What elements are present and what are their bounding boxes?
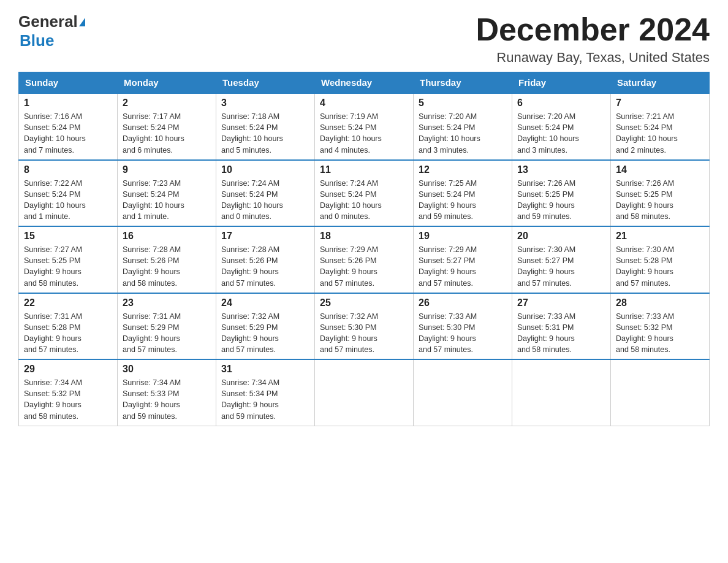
day-info: Sunrise: 7:27 AM Sunset: 5:25 PM Dayligh… [24, 244, 112, 289]
calendar-cell: 1Sunrise: 7:16 AM Sunset: 5:24 PM Daylig… [19, 93, 118, 160]
day-info: Sunrise: 7:32 AM Sunset: 5:30 PM Dayligh… [320, 311, 408, 356]
calendar-week-2: 8Sunrise: 7:22 AM Sunset: 5:24 PM Daylig… [19, 160, 710, 227]
calendar-cell [512, 359, 611, 426]
calendar-cell: 14Sunrise: 7:26 AM Sunset: 5:25 PM Dayli… [611, 160, 710, 227]
calendar-cell: 23Sunrise: 7:31 AM Sunset: 5:29 PM Dayli… [118, 293, 216, 360]
calendar-cell: 17Sunrise: 7:28 AM Sunset: 5:26 PM Dayli… [216, 226, 315, 293]
calendar-cell: 30Sunrise: 7:34 AM Sunset: 5:33 PM Dayli… [118, 359, 216, 426]
weekday-header-friday: Friday [512, 72, 611, 94]
day-number: 31 [221, 364, 309, 375]
day-info: Sunrise: 7:29 AM Sunset: 5:26 PM Dayligh… [320, 244, 408, 289]
day-info: Sunrise: 7:18 AM Sunset: 5:24 PM Dayligh… [221, 111, 309, 156]
day-number: 24 [221, 297, 309, 308]
calendar-cell: 20Sunrise: 7:30 AM Sunset: 5:27 PM Dayli… [512, 226, 611, 293]
day-number: 28 [616, 297, 704, 308]
day-info: Sunrise: 7:28 AM Sunset: 5:26 PM Dayligh… [123, 244, 211, 289]
day-number: 12 [419, 164, 507, 175]
day-info: Sunrise: 7:26 AM Sunset: 5:25 PM Dayligh… [517, 178, 605, 223]
day-number: 30 [123, 364, 211, 375]
day-number: 27 [517, 297, 605, 308]
day-info: Sunrise: 7:30 AM Sunset: 5:28 PM Dayligh… [616, 244, 704, 289]
day-number: 4 [320, 98, 408, 109]
logo-triangle-icon [79, 18, 85, 26]
day-number: 14 [616, 164, 704, 175]
day-number: 7 [616, 98, 704, 109]
day-number: 3 [221, 98, 309, 109]
day-info: Sunrise: 7:29 AM Sunset: 5:27 PM Dayligh… [419, 244, 507, 289]
day-info: Sunrise: 7:34 AM Sunset: 5:32 PM Dayligh… [24, 377, 112, 422]
day-number: 15 [24, 231, 112, 242]
calendar-week-3: 15Sunrise: 7:27 AM Sunset: 5:25 PM Dayli… [19, 226, 710, 293]
weekday-header-row: SundayMondayTuesdayWednesdayThursdayFrid… [19, 72, 710, 94]
day-number: 10 [221, 164, 309, 175]
calendar-cell: 2Sunrise: 7:17 AM Sunset: 5:24 PM Daylig… [118, 93, 216, 160]
calendar-cell: 26Sunrise: 7:33 AM Sunset: 5:30 PM Dayli… [414, 293, 512, 360]
calendar-week-4: 22Sunrise: 7:31 AM Sunset: 5:28 PM Dayli… [19, 293, 710, 360]
calendar-cell: 21Sunrise: 7:30 AM Sunset: 5:28 PM Dayli… [611, 226, 710, 293]
day-info: Sunrise: 7:25 AM Sunset: 5:24 PM Dayligh… [419, 178, 507, 223]
day-number: 9 [123, 164, 211, 175]
day-info: Sunrise: 7:32 AM Sunset: 5:29 PM Dayligh… [221, 311, 309, 356]
title-block: December 2024 Runaway Bay, Texas, United… [476, 12, 710, 66]
calendar-week-1: 1Sunrise: 7:16 AM Sunset: 5:24 PM Daylig… [19, 93, 710, 160]
logo: General Blue [18, 12, 85, 50]
day-number: 6 [517, 98, 605, 109]
day-info: Sunrise: 7:19 AM Sunset: 5:24 PM Dayligh… [320, 111, 408, 156]
day-number: 29 [24, 364, 112, 375]
calendar-cell: 15Sunrise: 7:27 AM Sunset: 5:25 PM Dayli… [19, 226, 118, 293]
day-info: Sunrise: 7:23 AM Sunset: 5:24 PM Dayligh… [123, 178, 211, 223]
weekday-header-monday: Monday [118, 72, 216, 94]
calendar-cell: 27Sunrise: 7:33 AM Sunset: 5:31 PM Dayli… [512, 293, 611, 360]
calendar-cell: 9Sunrise: 7:23 AM Sunset: 5:24 PM Daylig… [118, 160, 216, 227]
calendar-table: SundayMondayTuesdayWednesdayThursdayFrid… [18, 72, 710, 426]
day-info: Sunrise: 7:33 AM Sunset: 5:31 PM Dayligh… [517, 311, 605, 356]
calendar-cell: 25Sunrise: 7:32 AM Sunset: 5:30 PM Dayli… [315, 293, 414, 360]
day-number: 8 [24, 164, 112, 175]
day-info: Sunrise: 7:20 AM Sunset: 5:24 PM Dayligh… [517, 111, 605, 156]
calendar-cell: 12Sunrise: 7:25 AM Sunset: 5:24 PM Dayli… [414, 160, 512, 227]
day-number: 1 [24, 98, 112, 109]
day-info: Sunrise: 7:26 AM Sunset: 5:25 PM Dayligh… [616, 178, 704, 223]
day-number: 26 [419, 297, 507, 308]
calendar-cell [414, 359, 512, 426]
day-number: 22 [24, 297, 112, 308]
day-info: Sunrise: 7:28 AM Sunset: 5:26 PM Dayligh… [221, 244, 309, 289]
location-subtitle: Runaway Bay, Texas, United States [476, 50, 710, 66]
day-number: 23 [123, 297, 211, 308]
day-info: Sunrise: 7:24 AM Sunset: 5:24 PM Dayligh… [320, 178, 408, 223]
month-title: December 2024 [476, 12, 710, 47]
calendar-week-5: 29Sunrise: 7:34 AM Sunset: 5:32 PM Dayli… [19, 359, 710, 426]
calendar-cell: 24Sunrise: 7:32 AM Sunset: 5:29 PM Dayli… [216, 293, 315, 360]
day-info: Sunrise: 7:22 AM Sunset: 5:24 PM Dayligh… [24, 178, 112, 223]
calendar-cell: 4Sunrise: 7:19 AM Sunset: 5:24 PM Daylig… [315, 93, 414, 160]
day-info: Sunrise: 7:33 AM Sunset: 5:32 PM Dayligh… [616, 311, 704, 356]
calendar-cell: 10Sunrise: 7:24 AM Sunset: 5:24 PM Dayli… [216, 160, 315, 227]
day-number: 11 [320, 164, 408, 175]
day-number: 13 [517, 164, 605, 175]
weekday-header-wednesday: Wednesday [315, 72, 414, 94]
weekday-header-tuesday: Tuesday [216, 72, 315, 94]
day-info: Sunrise: 7:34 AM Sunset: 5:34 PM Dayligh… [221, 377, 309, 422]
day-number: 16 [123, 231, 211, 242]
day-number: 25 [320, 297, 408, 308]
day-number: 17 [221, 231, 309, 242]
calendar-cell: 11Sunrise: 7:24 AM Sunset: 5:24 PM Dayli… [315, 160, 414, 227]
day-number: 20 [517, 231, 605, 242]
calendar-cell [611, 359, 710, 426]
calendar-cell [315, 359, 414, 426]
day-info: Sunrise: 7:20 AM Sunset: 5:24 PM Dayligh… [419, 111, 507, 156]
day-info: Sunrise: 7:31 AM Sunset: 5:29 PM Dayligh… [123, 311, 211, 356]
calendar-cell: 28Sunrise: 7:33 AM Sunset: 5:32 PM Dayli… [611, 293, 710, 360]
calendar-cell: 13Sunrise: 7:26 AM Sunset: 5:25 PM Dayli… [512, 160, 611, 227]
day-number: 21 [616, 231, 704, 242]
calendar-cell: 29Sunrise: 7:34 AM Sunset: 5:32 PM Dayli… [19, 359, 118, 426]
logo-general-text: General [18, 12, 78, 31]
day-info: Sunrise: 7:31 AM Sunset: 5:28 PM Dayligh… [24, 311, 112, 356]
calendar-cell: 31Sunrise: 7:34 AM Sunset: 5:34 PM Dayli… [216, 359, 315, 426]
calendar-cell: 8Sunrise: 7:22 AM Sunset: 5:24 PM Daylig… [19, 160, 118, 227]
day-info: Sunrise: 7:24 AM Sunset: 5:24 PM Dayligh… [221, 178, 309, 223]
weekday-header-saturday: Saturday [611, 72, 710, 94]
day-info: Sunrise: 7:34 AM Sunset: 5:33 PM Dayligh… [123, 377, 211, 422]
weekday-header-thursday: Thursday [414, 72, 512, 94]
weekday-header-sunday: Sunday [19, 72, 118, 94]
